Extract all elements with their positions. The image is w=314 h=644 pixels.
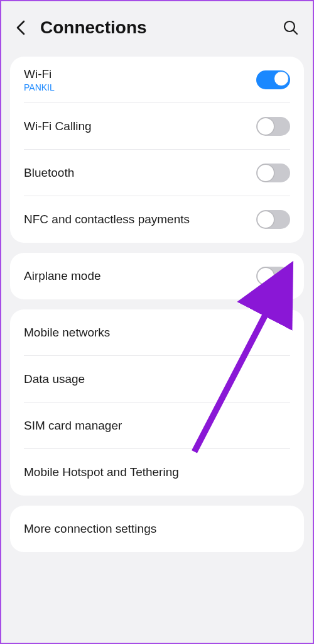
nfc-row[interactable]: NFC and contactless payments	[24, 196, 290, 243]
row-label: Mobile networks	[24, 326, 110, 340]
sim-card-manager-row[interactable]: SIM card manager	[24, 402, 290, 449]
row-label: Data usage	[24, 372, 85, 386]
airplane-mode-toggle[interactable]	[256, 267, 290, 286]
row-label: Wi-Fi	[24, 67, 55, 81]
back-button[interactable]	[15, 19, 28, 36]
row-label: Wi-Fi Calling	[24, 119, 92, 133]
chevron-left-icon	[15, 19, 28, 36]
airplane-mode-row[interactable]: Airplane mode	[24, 253, 290, 299]
settings-group: Wi-Fi PANKIL Wi-Fi Calling Bluetooth NFC…	[10, 57, 304, 243]
settings-group: Mobile networks Data usage SIM card mana…	[10, 309, 304, 496]
row-label: SIM card manager	[24, 419, 122, 433]
search-button[interactable]	[283, 19, 299, 36]
header: Connections	[1, 1, 313, 57]
settings-group: More connection settings	[10, 506, 304, 552]
wifi-calling-toggle[interactable]	[256, 117, 290, 136]
bluetooth-row[interactable]: Bluetooth	[24, 150, 290, 196]
mobile-networks-row[interactable]: Mobile networks	[24, 309, 290, 356]
more-connection-settings-row[interactable]: More connection settings	[24, 506, 290, 552]
wifi-network-name: PANKIL	[24, 82, 55, 92]
wifi-toggle[interactable]	[256, 70, 290, 89]
page-title: Connections	[40, 18, 270, 38]
data-usage-row[interactable]: Data usage	[24, 356, 290, 402]
search-icon	[283, 19, 299, 36]
row-label: Airplane mode	[24, 269, 101, 283]
bluetooth-toggle[interactable]	[256, 164, 290, 182]
row-label: Bluetooth	[24, 166, 74, 180]
settings-group: Airplane mode	[10, 253, 304, 299]
nfc-toggle[interactable]	[256, 210, 290, 229]
wifi-calling-row[interactable]: Wi-Fi Calling	[24, 103, 290, 150]
row-label: More connection settings	[24, 522, 156, 536]
row-label: Mobile Hotspot and Tethering	[24, 465, 179, 479]
row-label: NFC and contactless payments	[24, 213, 190, 226]
wifi-row[interactable]: Wi-Fi PANKIL	[24, 57, 290, 103]
svg-line-1	[293, 30, 297, 34]
hotspot-tethering-row[interactable]: Mobile Hotspot and Tethering	[24, 449, 290, 496]
